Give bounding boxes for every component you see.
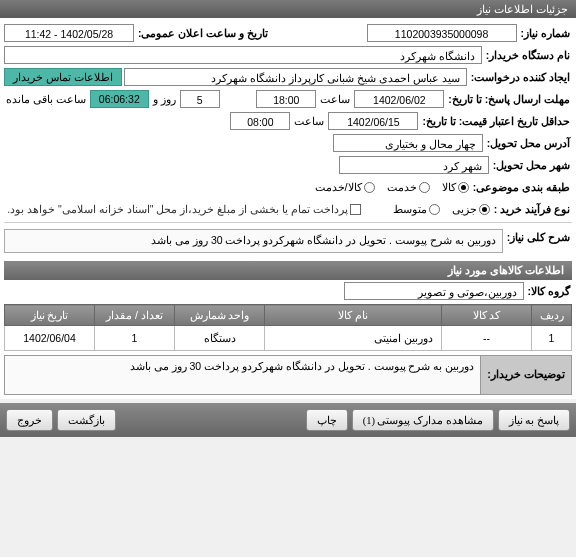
attachments-button[interactable]: مشاهده مدارک پیوستی (1) — [352, 409, 494, 431]
th-code: کد کالا — [442, 305, 532, 326]
label-need-number: شماره نیاز: — [519, 27, 572, 39]
print-button[interactable]: چاپ — [306, 409, 348, 431]
th-date: تاریخ نیاز — [5, 305, 95, 326]
divider — [4, 222, 572, 223]
footer-right-group: پاسخ به نیاز مشاهده مدارک پیوستی (1) چاپ — [306, 409, 570, 431]
goods-table: ردیف کد کالا نام کالا واحد شمارش تعداد /… — [4, 304, 572, 351]
window-title: جزئیات اطلاعات نیاز — [477, 3, 568, 15]
label-saat-2: ساعت — [292, 115, 326, 127]
cell-unit: دستگاه — [175, 326, 265, 351]
window-titlebar: جزئیات اطلاعات نیاز — [0, 0, 576, 18]
label-buyer-notes: توضیحات خریدار: — [480, 355, 572, 395]
radio-dot-icon — [479, 204, 490, 215]
field-buyer: دانشگاه شهرکرد — [4, 46, 482, 64]
radio-dot-icon — [458, 182, 469, 193]
label-rooz: روز و — [151, 93, 178, 105]
radio-dot-icon — [364, 182, 375, 193]
table-row[interactable]: 1 -- دوربین امنیتی دستگاه 1 1402/06/04 — [5, 326, 572, 351]
contact-info-button[interactable]: اطلاعات تماس خریدار — [4, 68, 122, 86]
label-category: طبقه بندی موضوعی: — [471, 181, 572, 193]
radio-category-1[interactable]: خدمت — [387, 181, 430, 194]
label-delivery-city: شهر محل تحویل: — [491, 159, 572, 171]
field-public-datetime: 1402/05/28 - 11:42 — [4, 24, 134, 42]
radio-purchase-1[interactable]: متوسط — [393, 203, 440, 216]
field-goods-group: دوربین،صوتی و تصویر — [344, 282, 524, 300]
row-delivery-address: آدرس محل تحویل: چهار محال و بختیاری — [4, 132, 572, 154]
checkbox-partial-payment[interactable] — [350, 204, 361, 215]
cell-date: 1402/06/04 — [5, 326, 95, 351]
label-deadline: مهلت ارسال پاسخ: تا تاریخ: — [446, 93, 572, 105]
radio-purchase-0[interactable]: جزیی — [452, 203, 490, 216]
row-deadline: مهلت ارسال پاسخ: تا تاریخ: 1402/06/02 سا… — [4, 88, 572, 110]
radio-dot-icon — [429, 204, 440, 215]
respond-button[interactable]: پاسخ به نیاز — [498, 409, 570, 431]
cell-name: دوربین امنیتی — [265, 326, 442, 351]
label-buyer: نام دستگاه خریدار: — [484, 49, 572, 61]
field-buyer-notes: دوربین به شرح پیوست . تحویل در دانشگاه ش… — [4, 355, 480, 395]
radio-label: کالا — [442, 181, 456, 194]
cell-code: -- — [442, 326, 532, 351]
buyer-notes-section: توضیحات خریدار: دوربین به شرح پیوست . تح… — [4, 355, 572, 395]
label-goods-group: گروه کالا: — [526, 285, 572, 297]
field-delivery-city: شهر کرد — [339, 156, 489, 174]
field-deadline-date: 1402/06/02 — [354, 90, 444, 108]
row-buyer: نام دستگاه خریدار: دانشگاه شهرکرد — [4, 44, 572, 66]
radio-label: خدمت — [387, 181, 417, 194]
label-remaining: ساعت باقی مانده — [4, 93, 88, 105]
row-need-desc: شرح کلی نیاز: دوربین به شرح پیوست . تحوی… — [4, 225, 572, 257]
cell-qty: 1 — [95, 326, 175, 351]
main-content: شماره نیاز: 1102003935000098 تاریخ و ساع… — [0, 18, 576, 399]
radio-label: متوسط — [393, 203, 427, 216]
table-header-row: ردیف کد کالا نام کالا واحد شمارش تعداد /… — [5, 305, 572, 326]
field-deadline-time: 18:00 — [256, 90, 316, 108]
field-time-remaining: 06:06:32 — [90, 90, 149, 108]
back-button[interactable]: بازگشت — [57, 409, 116, 431]
row-need-number: شماره نیاز: 1102003935000098 تاریخ و ساع… — [4, 22, 572, 44]
th-name: نام کالا — [265, 305, 442, 326]
footer-toolbar: پاسخ به نیاز مشاهده مدارک پیوستی (1) چاپ… — [0, 403, 576, 437]
field-credit-time: 08:00 — [230, 112, 290, 130]
label-saat-1: ساعت — [318, 93, 352, 105]
field-delivery-address: چهار محال و بختیاری — [333, 134, 483, 152]
cell-row: 1 — [532, 326, 572, 351]
radio-category-0[interactable]: کالا — [442, 181, 469, 194]
row-delivery-city: شهر محل تحویل: شهر کرد — [4, 154, 572, 176]
label-requester: ایجاد کننده درخواست: — [469, 71, 572, 83]
exit-button[interactable]: خروج — [6, 409, 53, 431]
radio-label: جزیی — [452, 203, 477, 216]
label-need-desc: شرح کلی نیاز: — [505, 227, 572, 243]
label-partial-payment: پرداخت تمام یا بخشی از مبلغ خرید،از محل … — [7, 203, 347, 215]
radio-category-2[interactable]: کالا/خدمت — [315, 181, 375, 194]
radio-group-category: کالا خدمت کالا/خدمت — [307, 181, 469, 194]
row-purchase-type: نوع فرآیند خرید : جزیی متوسط پرداخت تمام… — [4, 198, 572, 220]
label-credit: حداقل تاریخ اعتبار قیمت: تا تاریخ: — [420, 115, 572, 127]
label-public-datetime: تاریخ و ساعت اعلان عمومی: — [136, 27, 270, 39]
label-purchase-type: نوع فرآیند خرید : — [492, 203, 572, 215]
field-need-desc: دوربین به شرح پیوست . تحویل در دانشگاه ش… — [4, 229, 503, 253]
field-credit-date: 1402/06/15 — [328, 112, 418, 130]
radio-dot-icon — [419, 182, 430, 193]
th-row: ردیف — [532, 305, 572, 326]
radio-group-purchase: جزیی متوسط — [385, 203, 490, 216]
row-goods-group: گروه کالا: دوربین،صوتی و تصویر — [4, 280, 572, 302]
th-qty: تعداد / مقدار — [95, 305, 175, 326]
footer-left-group: بازگشت خروج — [6, 409, 116, 431]
field-days-remaining: 5 — [180, 90, 220, 108]
label-delivery-address: آدرس محل تحویل: — [485, 137, 572, 149]
radio-label: کالا/خدمت — [315, 181, 362, 194]
section-goods-info: اطلاعات کالاهای مورد نیاز — [4, 261, 572, 280]
field-need-number: 1102003935000098 — [367, 24, 517, 42]
row-category: طبقه بندی موضوعی: کالا خدمت کالا/خدمت — [4, 176, 572, 198]
field-requester: سید عباس احمدی شیخ شبانی کارپرداز دانشگا… — [124, 68, 467, 86]
row-requester: ایجاد کننده درخواست: سید عباس احمدی شیخ … — [4, 66, 572, 88]
th-unit: واحد شمارش — [175, 305, 265, 326]
row-credit: حداقل تاریخ اعتبار قیمت: تا تاریخ: 1402/… — [4, 110, 572, 132]
